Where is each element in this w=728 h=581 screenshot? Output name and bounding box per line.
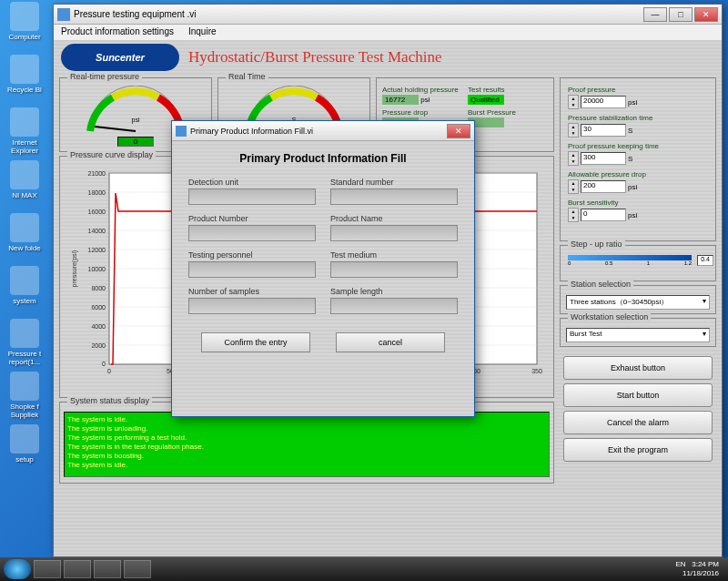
workstation-selection-panel: Workstation selection Burst Test▾ xyxy=(560,318,716,347)
machine-title: Hydrostatic/Burst Pressure Test Machine xyxy=(188,48,441,66)
minimize-button[interactable]: — xyxy=(643,7,667,22)
step-ratio-slider[interactable] xyxy=(568,255,692,260)
proof-pressure-input[interactable]: 20000 xyxy=(581,96,626,108)
standard-number-input[interactable] xyxy=(330,189,458,205)
product-info-dialog: Primary Product Information Fill.vi ✕ Pr… xyxy=(171,120,475,417)
task-item[interactable] xyxy=(124,560,151,578)
maximize-button[interactable]: □ xyxy=(669,7,693,22)
dialog-close-button[interactable]: ✕ xyxy=(447,124,470,138)
window-title: Pressure testing equipment .vi xyxy=(74,9,643,19)
taskbar: EN 3:24 PM 11/18/2016 xyxy=(0,557,728,581)
menu-product-info[interactable]: Product information settings xyxy=(54,25,181,40)
menu-bar: Product information settings Inquire xyxy=(54,25,722,41)
sample-length-input[interactable] xyxy=(330,298,458,314)
svg-text:21000: 21000 xyxy=(88,170,106,177)
desktop-icon[interactable]: Internet Explorer xyxy=(2,107,47,155)
svg-text:14000: 14000 xyxy=(88,228,106,234)
dialog-title-bar[interactable]: Primary Product Information Fill.vi ✕ xyxy=(172,121,474,141)
test-result-value: Qualified xyxy=(468,95,504,105)
svg-text:4000: 4000 xyxy=(91,323,106,330)
exhaust-button[interactable]: Exhaust button xyxy=(563,356,713,380)
svg-text:0: 0 xyxy=(102,361,106,367)
spinner[interactable]: ▲▼ xyxy=(568,123,579,138)
spinner[interactable]: ▲▼ xyxy=(568,151,579,166)
svg-text:16000: 16000 xyxy=(88,209,106,215)
svg-text:8000: 8000 xyxy=(91,285,106,291)
exit-program-button[interactable]: Exit the program xyxy=(563,438,713,462)
confirm-entry-button[interactable]: Confirm the entry xyxy=(201,332,310,352)
svg-line-0 xyxy=(95,127,136,131)
svg-text:350: 350 xyxy=(531,368,542,374)
app-icon xyxy=(57,8,70,21)
cancel-button[interactable]: cancel xyxy=(336,332,445,352)
desktop-icon[interactable]: Shopke f Suppliek xyxy=(2,372,47,419)
close-button[interactable]: ✕ xyxy=(694,7,718,22)
holding-pressure-value: 16772 xyxy=(382,95,419,105)
menu-inquire[interactable]: Inquire xyxy=(181,25,224,40)
allowable-drop-input[interactable]: 200 xyxy=(581,180,626,193)
spinner[interactable]: ▲▼ xyxy=(568,95,579,109)
burst-sensitivity-input[interactable]: 0 xyxy=(581,209,626,221)
desktop-icon[interactable]: setup xyxy=(2,424,47,472)
title-bar[interactable]: Pressure testing equipment .vi — □ ✕ xyxy=(54,5,722,25)
spinner[interactable]: ▲▼ xyxy=(568,208,579,222)
desktop-icon[interactable]: system xyxy=(2,266,47,313)
svg-text:10000: 10000 xyxy=(88,266,106,272)
start-button[interactable] xyxy=(4,559,31,579)
stabilization-time-input[interactable]: 30 xyxy=(581,124,626,137)
workstation-dropdown[interactable]: Burst Test▾ xyxy=(566,328,710,342)
svg-text:psi: psi xyxy=(132,117,140,124)
start-button[interactable]: Start button xyxy=(563,383,713,407)
system-log[interactable]: The system is idle.The system is unloadi… xyxy=(64,412,550,477)
product-name-input[interactable] xyxy=(330,225,458,241)
dialog-heading: Primary Product Information Fill xyxy=(179,152,467,165)
spinner[interactable]: ▲▼ xyxy=(568,179,579,194)
svg-text:2000: 2000 xyxy=(91,342,106,349)
desktop-icon[interactable]: Pressure t report(1... xyxy=(2,319,47,366)
task-item[interactable] xyxy=(64,560,91,578)
station-selection-panel: Station selection Three stations（0~30450… xyxy=(560,285,716,314)
step-ratio-panel: Step - up ratio 00.511.2 0.4 xyxy=(560,245,716,281)
desktop-icon[interactable]: New folde xyxy=(2,213,47,260)
system-tray[interactable]: EN 3:24 PM 11/18/2016 xyxy=(675,560,724,578)
cancel-alarm-button[interactable]: Cancel the alarm xyxy=(563,411,713,434)
product-number-input[interactable] xyxy=(188,225,316,241)
svg-text:12000: 12000 xyxy=(88,247,106,253)
svg-text:18000: 18000 xyxy=(88,189,106,196)
dialog-icon xyxy=(176,126,187,137)
svg-text:6000: 6000 xyxy=(91,304,106,311)
parameters-panel: Proof pressure▲▼20000psi Pressure stabil… xyxy=(560,77,716,241)
number-of-samples-input[interactable] xyxy=(188,298,316,314)
detection-unit-input[interactable] xyxy=(188,189,316,205)
task-item[interactable] xyxy=(34,560,61,578)
station-dropdown[interactable]: Three stations（0~30450psi）▾ xyxy=(566,295,710,310)
task-item[interactable] xyxy=(94,560,121,578)
test-medium-input[interactable] xyxy=(330,261,458,278)
desktop-icon[interactable]: Computer xyxy=(2,2,47,49)
desktop-icon[interactable]: NI MAX xyxy=(2,160,47,208)
svg-text:pressure(psi): pressure(psi) xyxy=(71,250,78,288)
step-ratio-value[interactable]: 0.4 xyxy=(697,255,713,266)
testing-personnel-input[interactable] xyxy=(188,261,316,278)
desktop-icon[interactable]: Recycle Bi xyxy=(2,55,47,102)
logo: Suncenter xyxy=(61,44,179,71)
svg-text:0: 0 xyxy=(107,368,111,374)
keeping-time-input[interactable]: 300 xyxy=(581,152,626,165)
